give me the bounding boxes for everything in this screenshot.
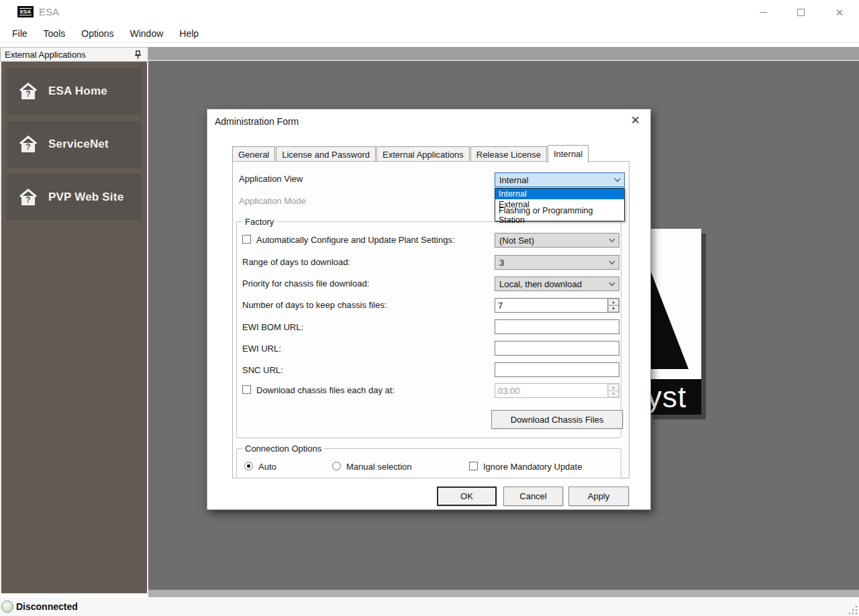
catalyst-logo-image: yst	[648, 229, 701, 415]
auto-configure-combobox[interactable]: (Not Set)	[495, 233, 619, 248]
priority-label: Priority for chassis file download:	[242, 278, 369, 289]
dialog-title: Administration Form	[215, 116, 299, 127]
combobox-value: 3	[499, 258, 504, 268]
maximize-button[interactable]	[785, 0, 816, 24]
connection-status-text: Disconnected	[16, 601, 78, 612]
download-daily-label: Download chassis files each day at:	[256, 385, 395, 395]
tab-release-license[interactable]: Release License	[470, 146, 547, 162]
range-days-label: Range of days to download:	[242, 257, 350, 267]
apply-button[interactable]: Apply	[568, 486, 629, 506]
tab-license-and-password[interactable]: License and Password	[276, 146, 376, 162]
snc-url-label: SNC URL:	[242, 365, 283, 375]
status-bar: Disconnected	[0, 597, 859, 616]
external-applications-panel: External Applications ? ESA Home	[0, 47, 148, 595]
application-view-combobox[interactable]: Internal	[495, 172, 625, 187]
ewi-bom-url-label: EWI BOM URL:	[242, 322, 303, 332]
keep-days-label: Number of days to keep chassis files:	[242, 300, 387, 310]
connection-options-legend: Connection Options	[242, 444, 324, 454]
menu-file[interactable]: File	[12, 24, 36, 43]
menu-options[interactable]: Options	[73, 24, 121, 43]
chevron-down-icon	[609, 238, 615, 243]
home-question-icon: ?	[19, 189, 38, 206]
auto-configure-label: Automatically Configure and Update Plant…	[256, 235, 455, 245]
spinner-buttons: ▲ ▼	[607, 384, 619, 397]
spin-up-icon[interactable]: ▲	[608, 299, 619, 305]
window-title: ESA	[39, 6, 59, 17]
combobox-value: (Not Set)	[499, 236, 534, 246]
title-bar: ESA ESA ✕	[0, 0, 859, 24]
resize-grip-icon[interactable]	[848, 605, 858, 615]
manual-selection-label: Manual selection	[346, 462, 412, 472]
range-days-combobox[interactable]: 3	[495, 255, 619, 270]
ignore-mandatory-update-label: Ignore Mandatory Update	[483, 462, 582, 472]
combobox-value: Local, then download	[499, 279, 582, 289]
pin-icon	[134, 50, 142, 59]
chevron-down-icon	[609, 260, 615, 265]
factory-legend: Factory	[242, 217, 276, 227]
svg-text:?: ?	[26, 195, 30, 205]
dialog-close-button[interactable]: ✕	[631, 115, 640, 126]
tab-external-applications[interactable]: External Applications	[376, 146, 470, 162]
manual-selection-radio[interactable]	[332, 462, 341, 470]
auto-radio[interactable]	[244, 462, 253, 470]
download-time-input[interactable]	[495, 384, 607, 397]
ewi-url-input[interactable]	[495, 342, 619, 355]
ewi-url-fieldwrap	[495, 341, 619, 356]
auto-radio-label: Auto	[258, 462, 276, 472]
priority-combobox[interactable]: Local, then download	[495, 276, 619, 291]
maximize-icon	[797, 9, 805, 16]
spinner-buttons: ▲ ▼	[607, 299, 619, 312]
keep-days-input[interactable]	[495, 299, 607, 312]
ewi-bom-url-input[interactable]	[495, 320, 619, 333]
keep-days-spinner: ▲ ▼	[495, 298, 619, 313]
svg-text:?: ?	[26, 142, 30, 152]
auto-configure-checkbox[interactable]	[242, 235, 251, 244]
download-daily-checkbox[interactable]	[242, 385, 251, 394]
droplist-option-flashing[interactable]: Flashing or Programming Station	[495, 210, 624, 221]
chevron-down-icon	[614, 178, 621, 183]
menu-bar: File Tools Options Window Help	[0, 24, 859, 43]
ignore-mandatory-update-checkbox[interactable]	[469, 462, 478, 470]
panel-header: External Applications	[0, 47, 148, 62]
esa-home-button[interactable]: ? ESA Home	[7, 68, 142, 115]
pvp-web-site-button[interactable]: ? PVP Web Site	[7, 174, 142, 221]
minimize-button[interactable]	[748, 0, 778, 24]
close-button[interactable]: ✕	[824, 0, 855, 24]
home-question-icon: ?	[19, 83, 38, 100]
chevron-down-icon	[609, 282, 615, 287]
droplist-option-internal[interactable]: Internal	[495, 189, 624, 199]
app-window: ESA ESA ✕ File Tools Options Window Help…	[0, 0, 859, 616]
panel-title: External Applications	[5, 50, 132, 60]
logo-text: yst	[648, 380, 687, 414]
mdi-bottom-strip	[148, 590, 859, 597]
menu-window[interactable]: Window	[122, 24, 172, 43]
tab-internal[interactable]: Internal	[548, 145, 589, 163]
combobox-value: Internal	[499, 175, 528, 185]
spin-up-icon[interactable]: ▲	[608, 384, 619, 391]
servicenet-button[interactable]: ? ServiceNet	[7, 121, 142, 168]
svg-text:?: ?	[26, 89, 30, 99]
tab-general[interactable]: General	[232, 146, 275, 162]
spin-down-icon[interactable]: ▼	[608, 305, 619, 312]
panel-body: ? ESA Home ? ServiceNet ? PVP Web Site	[0, 62, 148, 595]
dock-button-label: PVP Web Site	[48, 191, 123, 204]
download-chassis-files-button[interactable]: Download Chassis Files	[491, 410, 623, 429]
spin-down-icon[interactable]: ▼	[608, 391, 619, 397]
menu-help[interactable]: Help	[171, 24, 207, 43]
ewi-bom-url-fieldwrap	[495, 319, 619, 334]
application-mode-label: Application Mode	[239, 196, 306, 206]
dialog-tabs: General License and Password External Ap…	[232, 145, 589, 162]
close-icon: ✕	[836, 7, 844, 17]
snc-url-fieldwrap	[495, 362, 619, 377]
logo-white-area	[648, 229, 701, 379]
application-view-droplist: Internal External Flashing or Programmin…	[495, 188, 625, 221]
snc-url-input[interactable]	[495, 363, 619, 376]
cancel-button[interactable]: Cancel	[503, 486, 563, 506]
pin-button[interactable]	[132, 48, 144, 60]
ewi-url-label: EWI URL:	[242, 344, 281, 354]
administration-form-dialog: Administration Form ✕ General License an…	[207, 109, 651, 510]
menu-tools[interactable]: Tools	[36, 24, 74, 43]
application-view-label: Application View	[239, 174, 303, 184]
mdi-top-strip	[148, 47, 859, 61]
ok-button[interactable]: OK	[437, 486, 497, 506]
